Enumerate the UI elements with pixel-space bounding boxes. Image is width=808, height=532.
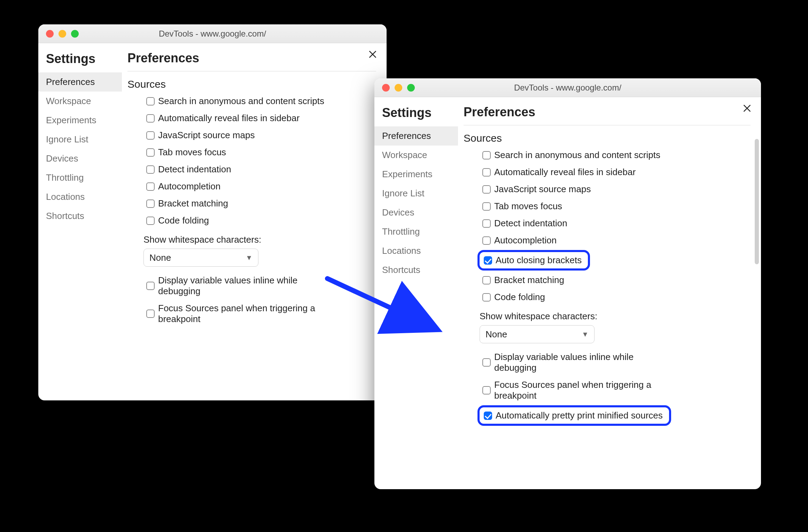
checkbox[interactable]: [146, 148, 155, 157]
option-label: Detect indentation: [158, 164, 231, 175]
sidebar-item-locations[interactable]: Locations: [38, 187, 122, 206]
checkbox[interactable]: [146, 131, 155, 140]
sidebar-item-locations[interactable]: Locations: [374, 241, 458, 260]
whitespace-value: None: [149, 252, 171, 263]
checkbox[interactable]: [146, 310, 155, 318]
option-row[interactable]: Autocompletion: [480, 233, 752, 248]
highlighted-option: Automatically pretty print minified sour…: [477, 405, 671, 426]
whitespace-label: Show whitespace characters:: [480, 311, 752, 322]
option-row[interactable]: Code folding: [480, 290, 752, 305]
window-title: DevTools - www.google.com/: [374, 83, 761, 93]
checkbox[interactable]: [146, 97, 155, 105]
settings-heading: Settings: [374, 105, 458, 126]
option-row[interactable]: Search in anonymous and content scripts: [480, 148, 752, 163]
option-label: Search in anonymous and content scripts: [494, 150, 660, 161]
checkbox[interactable]: [482, 168, 491, 177]
sidebar-item-workspace[interactable]: Workspace: [38, 92, 122, 111]
sidebar-item-shortcuts[interactable]: Shortcuts: [374, 260, 458, 280]
checkbox[interactable]: [482, 276, 491, 284]
option-row[interactable]: Automatically reveal files in sidebar: [480, 165, 752, 180]
whitespace-select[interactable]: None ▼: [143, 249, 258, 267]
checkbox[interactable]: [482, 219, 491, 228]
checkbox[interactable]: [482, 293, 491, 302]
settings-sidebar: Settings PreferencesWorkspaceExperiments…: [374, 97, 458, 489]
checkbox[interactable]: [484, 412, 492, 420]
option-row[interactable]: Automatically pretty print minified sour…: [481, 408, 666, 423]
window-close-button[interactable]: [382, 84, 390, 92]
checkbox[interactable]: [482, 386, 491, 394]
option-label: Focus Sources panel when triggering a br…: [158, 303, 339, 324]
checkbox[interactable]: [482, 236, 491, 245]
sidebar-item-throttling[interactable]: Throttling: [38, 168, 122, 187]
settings-heading: Settings: [38, 51, 122, 72]
settings-sidebar: Settings PreferencesWorkspaceExperiments…: [38, 43, 122, 400]
checkbox[interactable]: [482, 358, 491, 367]
option-row[interactable]: JavaScript source maps: [480, 182, 752, 197]
option-row[interactable]: Automatically reveal files in sidebar: [143, 111, 378, 126]
option-row[interactable]: Detect indentation: [480, 216, 752, 231]
option-row[interactable]: Tab moves focus: [480, 199, 752, 214]
window-zoom-button[interactable]: [71, 30, 79, 38]
scrollbar-thumb[interactable]: [755, 139, 759, 264]
option-row[interactable]: Auto closing brackets: [481, 253, 584, 268]
checkbox[interactable]: [146, 217, 155, 225]
option-row[interactable]: Bracket matching: [143, 196, 378, 211]
option-label: JavaScript source maps: [494, 184, 591, 195]
option-label: Tab moves focus: [158, 147, 226, 158]
whitespace-select[interactable]: None ▼: [480, 325, 595, 343]
window-zoom-button[interactable]: [407, 84, 415, 92]
sidebar-item-shortcuts[interactable]: Shortcuts: [38, 206, 122, 226]
option-row[interactable]: Focus Sources panel when triggering a br…: [143, 301, 378, 327]
window-minimize-button[interactable]: [395, 84, 402, 92]
checkbox[interactable]: [484, 256, 492, 265]
section-sources: Sources: [127, 78, 378, 90]
option-row[interactable]: Code folding: [143, 213, 378, 228]
checkbox[interactable]: [146, 282, 155, 290]
settings-main: Preferences Sources Search in anonymous …: [458, 97, 761, 489]
window-title: DevTools - www.google.com/: [38, 29, 387, 39]
checkbox[interactable]: [146, 165, 155, 174]
highlighted-option: Auto closing brackets: [477, 250, 590, 271]
devtools-window-before: DevTools - www.google.com/ Settings Pref…: [38, 24, 387, 400]
option-row[interactable]: Autocompletion: [143, 179, 378, 194]
page-title: Preferences: [464, 105, 751, 125]
option-row[interactable]: Tab moves focus: [143, 145, 378, 160]
option-label: Automatically reveal files in sidebar: [158, 113, 300, 124]
option-row[interactable]: Bracket matching: [480, 273, 752, 288]
sidebar-item-preferences[interactable]: Preferences: [374, 126, 458, 146]
option-row[interactable]: JavaScript source maps: [143, 128, 378, 143]
option-row[interactable]: Detect indentation: [143, 162, 378, 177]
page-title: Preferences: [127, 51, 376, 71]
traffic-lights: [382, 84, 415, 92]
option-label: Autocompletion: [494, 235, 557, 246]
titlebar: DevTools - www.google.com/: [38, 24, 387, 43]
checkbox[interactable]: [146, 182, 155, 191]
option-label: Code folding: [494, 292, 545, 303]
option-label: Focus Sources panel when triggering a br…: [494, 380, 675, 401]
sidebar-item-ignore-list[interactable]: Ignore List: [38, 130, 122, 149]
option-row[interactable]: Display variable values inline while deb…: [143, 273, 378, 299]
option-row[interactable]: Focus Sources panel when triggering a br…: [480, 377, 752, 403]
option-label: Bracket matching: [158, 198, 228, 209]
sidebar-item-throttling[interactable]: Throttling: [374, 222, 458, 241]
checkbox[interactable]: [146, 200, 155, 208]
checkbox[interactable]: [482, 151, 491, 159]
option-label: Bracket matching: [494, 275, 564, 285]
window-close-button[interactable]: [46, 30, 54, 38]
sidebar-item-devices[interactable]: Devices: [374, 203, 458, 222]
checkbox[interactable]: [482, 185, 491, 194]
sidebar-item-experiments[interactable]: Experiments: [38, 111, 122, 130]
sidebar-item-ignore-list[interactable]: Ignore List: [374, 184, 458, 203]
window-minimize-button[interactable]: [59, 30, 66, 38]
titlebar: DevTools - www.google.com/: [374, 78, 761, 97]
option-label: Tab moves focus: [494, 201, 562, 212]
sidebar-item-devices[interactable]: Devices: [38, 149, 122, 168]
option-row[interactable]: Search in anonymous and content scripts: [143, 94, 378, 109]
checkbox[interactable]: [482, 202, 491, 211]
option-label: Code folding: [158, 215, 209, 226]
sidebar-item-experiments[interactable]: Experiments: [374, 165, 458, 184]
checkbox[interactable]: [146, 114, 155, 123]
sidebar-item-preferences[interactable]: Preferences: [38, 72, 122, 92]
option-row[interactable]: Display variable values inline while deb…: [480, 350, 752, 375]
sidebar-item-workspace[interactable]: Workspace: [374, 146, 458, 165]
